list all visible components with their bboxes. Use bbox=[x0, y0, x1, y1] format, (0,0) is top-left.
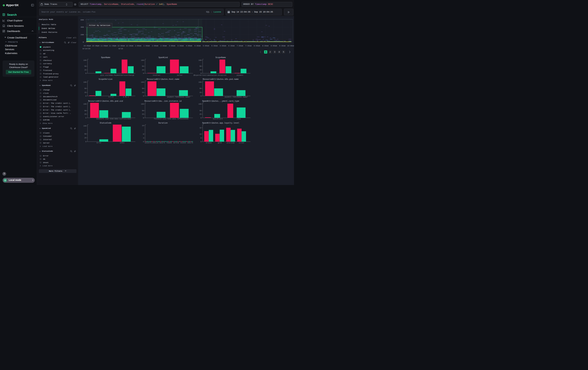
svg-text:Error: Error bbox=[97, 142, 101, 144]
svg-text:Unset: Unset bbox=[120, 142, 125, 144]
svg-text:7:00am: 7:00am bbox=[237, 45, 243, 47]
svg-text:100: 100 bbox=[84, 81, 86, 83]
svg-text:2:30am: 2:30am bbox=[160, 45, 167, 47]
svg-text:@hyperdx/instrumentation-excep: @hyperdx/instrumentation-exception bbox=[194, 74, 226, 76]
svg-text:mastercard: mastercard bbox=[213, 118, 222, 120]
svg-text:0: 0 bbox=[85, 117, 86, 119]
svg-text:0: 0 bbox=[143, 95, 144, 97]
svg-text:Internal: Internal bbox=[153, 74, 160, 76]
svg-text:807648: 807648 bbox=[173, 142, 179, 144]
svg-text:100: 100 bbox=[199, 103, 202, 105]
svg-text:50: 50 bbox=[142, 65, 144, 67]
svg-text:1019375: 1019375 bbox=[145, 142, 151, 144]
svg-text:0: 0 bbox=[85, 95, 86, 97]
svg-text:5:30am: 5:30am bbox=[211, 45, 218, 47]
svg-text:4:30am: 4:30am bbox=[194, 45, 201, 47]
svg-text:payment-7985c8969c-mwmw7: payment-7985c8969c-mwmw7 bbox=[167, 96, 190, 98]
svg-text:25: 25 bbox=[200, 113, 202, 115]
svg-text:SpanAttributes...yment.card_ty: SpanAttributes...yment.card_type bbox=[202, 100, 239, 102]
svg-text:StatusCode: StatusCode bbox=[100, 122, 111, 124]
svg-text:50: 50 bbox=[84, 88, 86, 90]
svg-text:0: 0 bbox=[200, 72, 201, 74]
svg-text:12:30am: 12:30am bbox=[126, 45, 134, 47]
svg-text:ResourceAttributes.k8s.pod.nam: ResourceAttributes.k8s.pod.name bbox=[203, 78, 239, 80]
svg-text:50: 50 bbox=[84, 133, 86, 135]
svg-text:8:30am: 8:30am bbox=[262, 45, 269, 47]
svg-text:11:30pm: 11:30pm bbox=[109, 45, 116, 47]
svg-text:50: 50 bbox=[200, 88, 202, 90]
svg-text:6:00am: 6:00am bbox=[220, 45, 226, 47]
svg-text:f5344ec9-a1ea-4290-a62a-78f5be: f5344ec9-a1ea-4290-a62a-78f5bee8d90b bbox=[154, 118, 189, 120]
svg-text:100: 100 bbox=[84, 103, 86, 105]
svg-text:4:00am: 4:00am bbox=[186, 45, 192, 47]
svg-text:silver: silver bbox=[239, 142, 244, 144]
svg-text:25: 25 bbox=[84, 137, 86, 139]
svg-text:999176: 999176 bbox=[187, 142, 193, 144]
svg-text:50: 50 bbox=[84, 110, 86, 112]
svg-text:400: 400 bbox=[81, 26, 84, 28]
svg-text:1:30am: 1:30am bbox=[143, 45, 150, 47]
svg-text:9:00am: 9:00am bbox=[271, 45, 277, 47]
svg-text:25: 25 bbox=[142, 91, 144, 93]
svg-text:50: 50 bbox=[142, 110, 144, 112]
svg-text:visa: visa bbox=[237, 118, 241, 120]
svg-text:ScopeName: ScopeName bbox=[215, 57, 226, 59]
svg-text:bronze: bronze bbox=[206, 142, 211, 144]
svg-text:0: 0 bbox=[200, 117, 201, 119]
svg-text:8:00am: 8:00am bbox=[254, 45, 260, 47]
svg-text:0.1.0: 0.1.0 bbox=[108, 96, 113, 98]
svg-text:SpanName: SpanName bbox=[101, 57, 110, 59]
svg-text:5e02b5fb-13ae-4296-bbbc-111f42: 5e02b5fb-13ae-4296-bbbc-111f423c460d bbox=[96, 118, 131, 120]
svg-text:ResourceAttributes.k8s.pod.uid: ResourceAttributes.k8s.pod.uid bbox=[88, 100, 123, 102]
svg-text:payment-7985c8969c-mwmw7: payment-7985c8969c-mwmw7 bbox=[225, 96, 248, 98]
svg-text:0: 0 bbox=[83, 41, 84, 43]
svg-text:platinum: platinum bbox=[227, 142, 234, 144]
svg-text:600: 600 bbox=[81, 19, 84, 21]
svg-text:0: 0 bbox=[143, 72, 144, 74]
svg-text:16: 16 bbox=[142, 125, 144, 127]
svg-text:32: 32 bbox=[200, 127, 202, 129]
svg-text:8: 8 bbox=[200, 137, 201, 139]
svg-text:10:00am: 10:00am bbox=[287, 45, 294, 47]
svg-text:gold: gold bbox=[218, 142, 221, 144]
svg-text:1:00am: 1:00am bbox=[135, 45, 141, 47]
svg-text:0.51.1: 0.51.1 bbox=[123, 96, 129, 98]
svg-text:0: 0 bbox=[143, 141, 144, 143]
svg-text:3:00am: 3:00am bbox=[169, 45, 175, 47]
svg-text:11:00pm: 11:00pm bbox=[100, 45, 108, 47]
svg-text:SpanKind: SpanKind bbox=[158, 57, 168, 59]
svg-text:3:30am: 3:30am bbox=[177, 45, 184, 47]
svg-text:Server: Server bbox=[177, 74, 183, 76]
svg-text:50: 50 bbox=[84, 65, 86, 67]
svg-text:100: 100 bbox=[199, 81, 202, 83]
svg-text:842654: 842654 bbox=[180, 142, 186, 144]
svg-text:0: 0 bbox=[200, 95, 201, 97]
svg-text:ScopeVersion: ScopeVersion bbox=[99, 78, 112, 80]
svg-text:25: 25 bbox=[84, 69, 86, 71]
svg-text:9/14/25: 9/14/25 bbox=[83, 48, 90, 50]
svg-text:Duration: Duration bbox=[158, 122, 168, 124]
svg-text:25: 25 bbox=[142, 113, 144, 115]
svg-text:200: 200 bbox=[81, 34, 84, 36]
svg-text:583275: 583275 bbox=[159, 142, 165, 144]
svg-text:100: 100 bbox=[141, 81, 144, 83]
svg-text:25: 25 bbox=[84, 113, 86, 115]
svg-text:grpc.oteldemo.PaymentService/C: grpc.oteldemo.PaymentService/Charge bbox=[100, 74, 134, 76]
svg-text:100: 100 bbox=[141, 59, 144, 61]
svg-text:ResourceAttribu..ice.instance.: ResourceAttribu..ice.instance.id bbox=[144, 100, 181, 102]
svg-text:16: 16 bbox=[200, 133, 202, 135]
svg-text:4: 4 bbox=[143, 137, 144, 139]
svg-text:0: 0 bbox=[85, 141, 86, 143]
svg-text:12:00am: 12:00am bbox=[117, 45, 125, 47]
svg-text:6:30am: 6:30am bbox=[228, 45, 235, 47]
svg-text:100: 100 bbox=[199, 59, 202, 61]
svg-text:100: 100 bbox=[141, 103, 144, 105]
svg-text:50: 50 bbox=[200, 110, 202, 112]
svg-text:100: 100 bbox=[84, 125, 86, 127]
svg-text:25: 25 bbox=[84, 91, 86, 93]
svg-text:10:00pm: 10:00pm bbox=[84, 45, 91, 47]
svg-text:1405128: 1405128 bbox=[152, 142, 158, 144]
svg-text:25: 25 bbox=[200, 69, 202, 71]
svg-text:SpanAttributes.app.loyalty.lev: SpanAttributes.app.loyalty.level bbox=[202, 122, 239, 124]
svg-text:10:30pm: 10:30pm bbox=[92, 45, 99, 47]
